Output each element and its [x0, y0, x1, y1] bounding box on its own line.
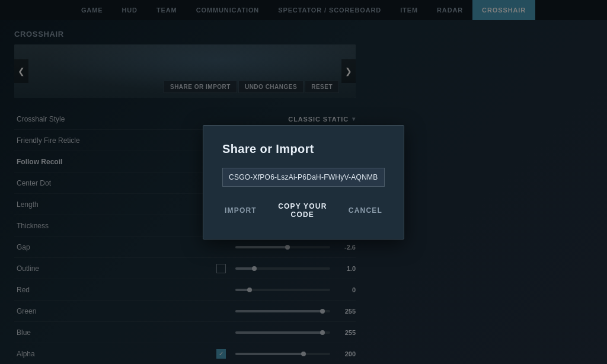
modal-overlay: Share or Import IMPORT COPY YOUR CODE CA…: [0, 0, 607, 364]
modal-actions: IMPORT COPY YOUR CODE CANCEL: [222, 199, 385, 222]
crosshair-code-input[interactable]: [222, 168, 385, 187]
import-button[interactable]: IMPORT: [222, 199, 259, 222]
copy-code-button[interactable]: COPY YOUR CODE: [271, 199, 334, 222]
cancel-button[interactable]: CANCEL: [346, 199, 385, 222]
share-import-modal: Share or Import IMPORT COPY YOUR CODE CA…: [203, 125, 404, 240]
modal-title: Share or Import: [222, 142, 385, 156]
